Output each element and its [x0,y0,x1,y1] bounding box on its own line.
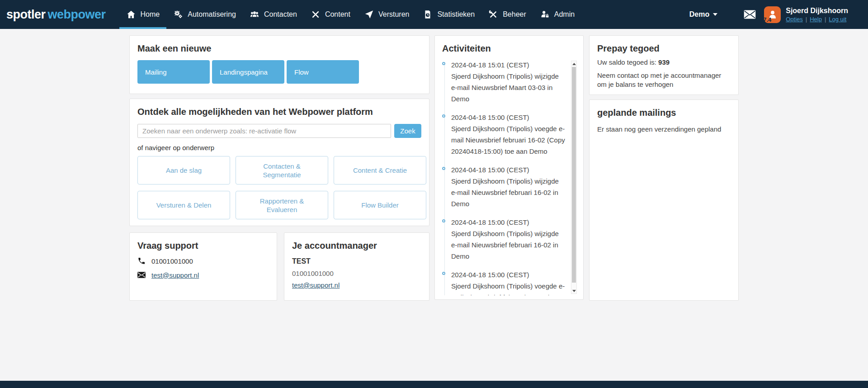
main-navigation: Home Aut [119,0,582,29]
scroll-up-arrow-icon[interactable] [571,61,576,66]
activity-item: 2024-04-18 15:00 (CEST) Sjoerd Dijkshoor… [442,112,566,157]
timeline-dot-icon [442,114,445,118]
activity-item: 2024-04-18 15:00 (CEST) Sjoerd Dijkshoor… [442,164,566,209]
brand-webpower: webpower [48,8,106,22]
report-icon [423,9,433,19]
left-column: Maak een nieuwe Mailing Landingspagina F… [129,35,429,301]
nav-item-statistieken[interactable]: Statistieken [416,0,481,29]
home-icon [126,9,136,19]
topic-content-creatie[interactable]: Content & Creatie [334,156,426,185]
support-phone-row: 01001001000 [137,257,269,265]
prepay-balance-label: Uw saldo tegoed is: [597,58,656,66]
planned-empty-text: Er staan nog geen verzendingen gepland [597,125,731,133]
search-button[interactable]: Zoek [394,124,421,138]
nav-item-home[interactable]: Home [119,0,167,29]
nav-item-automatisering[interactable]: Automatisering [166,0,243,29]
user-name: Sjoerd Dijkshoorn [786,7,848,15]
nav-item-contacten[interactable]: Contacten [243,0,304,29]
activity-item: 2024-04-18 15:00 (CEST) Sjoerd Dijkshoor… [442,269,566,295]
nav-item-beheer[interactable]: Beheer [481,0,533,29]
chevron-down-icon [713,13,717,16]
prepay-balance-value: 939 [658,58,670,66]
timeline-dot-icon [442,272,445,275]
prepay-balance: Uw saldo tegoed is: 939 [597,58,731,66]
nav-item-label: Admin [554,10,575,19]
topic-search-input[interactable] [137,124,391,138]
activity-date: 2024-04-18 15:00 (CEST) [451,217,566,228]
activity-text: Sjoerd Dijkshoorn (Tripolis) wijzigde e-… [451,175,566,209]
create-buttons-row: Mailing Landingspagina Flow [137,60,421,84]
activity-date: 2024-04-18 15:00 (CEST) [451,164,566,175]
navigate-hint: of navigeer op onderwerp [137,144,421,151]
pencil-brush-icon [311,9,321,19]
create-new-card: Maak een nieuwe Mailing Landingspagina F… [129,35,429,94]
activities-card: Activiteiten 2024-04-18 15:01 (CEST) Sjo… [434,35,584,300]
envelope-icon [744,10,756,19]
create-card-title: Maak een nieuwe [137,43,421,54]
nav-item-label: Home [141,10,160,19]
gears-icon [173,9,183,19]
email-icon [137,271,146,279]
discover-card-title: Ontdek alle mogelijkheden van het Webpow… [137,106,421,117]
topic-flow-builder[interactable]: Flow Builder [334,191,426,219]
activity-item: 2024-04-18 15:00 (CEST) Sjoerd Dijkshoor… [442,217,566,262]
new-mailing-button[interactable]: Mailing [137,60,210,84]
activity-date: 2024-04-18 15:00 (CEST) [451,112,566,123]
phone-icon [137,257,146,265]
top-navbar: spotler webpower Home [0,0,868,29]
planned-card-title: geplande mailings [597,107,731,118]
nav-item-label: Beheer [503,10,526,19]
new-flow-button[interactable]: Flow [287,60,359,84]
activity-date: 2024-04-18 15:01 (CEST) [451,59,566,71]
activities-card-title: Activiteiten [442,43,577,54]
link-separator: | [806,16,807,23]
scrollbar-thumb[interactable] [572,67,576,283]
activity-text: Sjoerd Dijkshoorn (Tripolis) voegde e-ma… [451,280,566,295]
user-links: Opties | Help | Log uit [786,16,848,23]
help-link[interactable]: Help [810,16,822,23]
activities-timeline: 2024-04-18 15:01 (CEST) Sjoerd Dijkshoor… [442,59,577,295]
activity-text: Sjoerd Dijkshoorn (Tripolis) wijzigde e-… [451,71,566,104]
new-landingspagina-button[interactable]: Landingspagina [212,60,284,84]
nav-item-content[interactable]: Content [304,0,357,29]
workspace-selector[interactable]: Demo [689,10,717,19]
brand-spotler: spotler [6,8,46,22]
nav-item-label: Contacten [264,10,297,19]
topic-contacten-segmentatie[interactable]: Contacten & Segmentatie [236,156,328,185]
support-email-link[interactable]: test@support.nl [151,271,199,279]
topic-aan-de-slag[interactable]: Aan de slag [137,156,230,185]
activity-text: Sjoerd Dijkshoorn (Tripolis) wijzigde e-… [451,228,566,262]
prepay-note: Neem contact op met je accountmanager om… [597,71,728,89]
nav-item-label: Automatisering [188,10,236,19]
messages-button[interactable] [744,10,756,19]
timeline-dot-icon [442,62,445,65]
opties-link[interactable]: Opties [786,16,803,23]
accountmanager-card: Je accountmanager TEST 01001001000 test@… [284,232,429,301]
scroll-down-arrow-icon[interactable] [571,288,576,293]
support-row: Vraag support 01001001000 test@support.n… [129,232,429,301]
activities-scrollbar[interactable] [571,61,577,294]
avatar-version-badge: 7.4 [763,16,771,23]
timeline-dot-icon [442,219,445,222]
user-block: Sjoerd Dijkshoorn Opties | Help | Log ui… [786,7,848,23]
paper-plane-icon [364,9,374,19]
topic-versturen-delen[interactable]: Versturen & Delen [137,191,230,219]
timeline-dot-icon [442,167,445,170]
topic-buttons-grid: Aan de slag Contacten & Segmentatie Cont… [137,156,421,219]
nav-item-label: Versturen [378,10,409,19]
planned-mailings-card: geplande mailings Er staan nog geen verz… [589,99,739,301]
prepay-card-title: Prepay tegoed [597,43,731,54]
topic-rapporteren-evalueren[interactable]: Rapporteren & Evalueren [236,191,328,219]
middle-column: Activiteiten 2024-04-18 15:01 (CEST) Sjo… [434,35,584,300]
avatar[interactable]: 7.4 [764,6,781,23]
accountmanager-email-link[interactable]: test@support.nl [292,281,340,289]
navbar-right: Demo 7.4 Sjoerd Dijkshoorn Opties [689,0,848,29]
logout-link[interactable]: Log uit [829,16,846,23]
bottom-bar [0,381,868,388]
activity-date: 2024-04-18 15:00 (CEST) [451,269,566,280]
nav-item-versturen[interactable]: Versturen [357,0,416,29]
link-separator: | [825,16,826,23]
brand-logo[interactable]: spotler webpower [6,0,106,29]
nav-item-admin[interactable]: Admin [533,0,581,29]
accountmanager-name: TEST [292,257,421,265]
